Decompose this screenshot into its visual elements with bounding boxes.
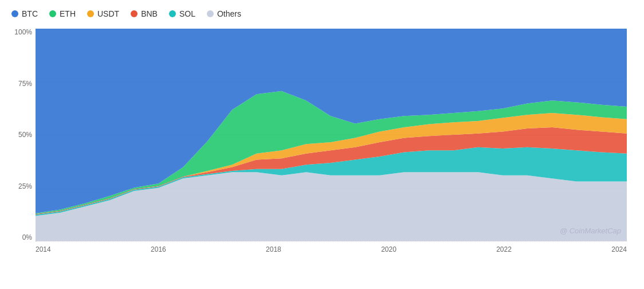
legend-item-usdt: USDT <box>87 9 119 18</box>
y-label-0: 0% <box>22 234 32 241</box>
chart-legend: BTC ETH USDT BNB SOL Others <box>11 9 633 18</box>
x-label-2018: 2018 <box>266 245 281 253</box>
chart-inner <box>36 29 627 241</box>
y-label-75: 75% <box>18 80 32 87</box>
stacked-area-chart <box>36 29 627 241</box>
legend-item-sol: SOL <box>169 9 195 18</box>
x-axis: 2014 2016 2018 2020 2022 2024 <box>36 242 627 258</box>
btc-dot <box>11 10 18 17</box>
x-label-2016: 2016 <box>151 245 166 253</box>
legend-item-others: Others <box>207 9 241 18</box>
sol-label: SOL <box>179 9 195 18</box>
x-label-2022: 2022 <box>496 245 512 253</box>
btc-label: BTC <box>22 9 38 18</box>
grid-line-0 <box>36 241 627 241</box>
legend-item-btc: BTC <box>11 9 38 18</box>
x-label-2020: 2020 <box>381 245 396 253</box>
eth-label: ETH <box>60 9 76 18</box>
usdt-dot <box>87 10 94 17</box>
bnb-dot <box>131 10 138 17</box>
others-dot <box>207 10 214 17</box>
y-label-50: 50% <box>18 131 32 138</box>
bnb-label: BNB <box>141 9 158 18</box>
eth-dot <box>49 10 56 17</box>
y-label-100: 100% <box>14 29 32 36</box>
sol-dot <box>169 10 176 17</box>
chart-area: 100% 75% 50% 25% 0% <box>11 29 633 258</box>
x-label-2024: 2024 <box>611 245 627 253</box>
y-axis: 100% 75% 50% 25% 0% <box>11 29 36 241</box>
x-label-2014: 2014 <box>36 245 51 253</box>
legend-item-bnb: BNB <box>131 9 158 18</box>
chart-container: BTC ETH USDT BNB SOL Others 100% 75% 50% <box>0 0 644 289</box>
y-label-25: 25% <box>18 183 32 190</box>
others-label: Others <box>217 9 241 18</box>
legend-item-eth: ETH <box>49 9 76 18</box>
usdt-label: USDT <box>97 9 119 18</box>
